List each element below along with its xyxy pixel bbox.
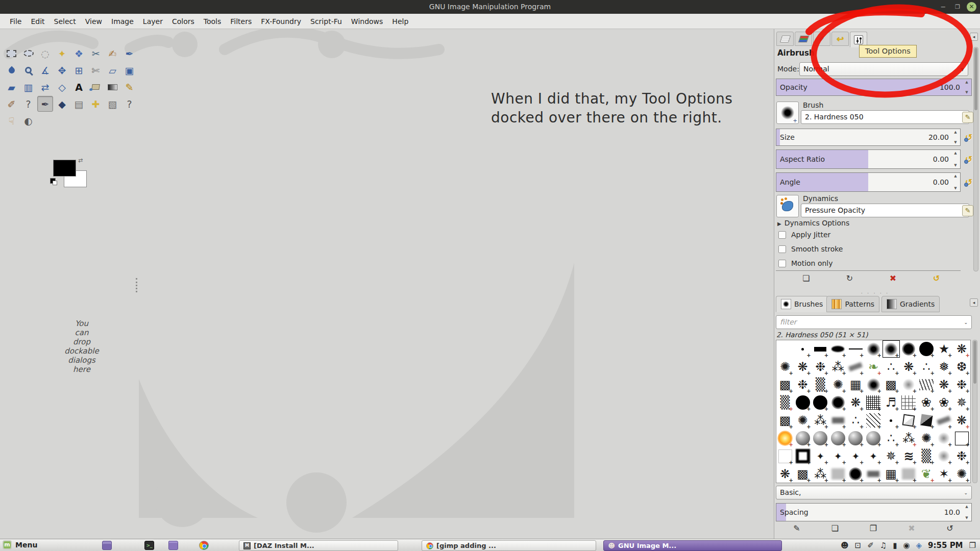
brush-cell[interactable]: ▩+ xyxy=(776,376,794,393)
menu-script-fu[interactable]: Script-Fu xyxy=(306,15,347,28)
edit-dynamics-icon[interactable]: ✎ xyxy=(962,205,973,216)
fuzzy-select-tool-icon[interactable]: ✦ xyxy=(54,45,70,61)
pencil-tool-icon[interactable]: ✎ xyxy=(121,79,137,95)
tab-gradients[interactable]: Gradients xyxy=(881,296,940,312)
menu-select[interactable]: Select xyxy=(50,15,81,28)
brush-tag-dropdown[interactable]: Basic,⌄ xyxy=(776,486,972,499)
brush-cell[interactable]: ❀+ xyxy=(935,394,952,411)
brush-cell[interactable]: ❉+ xyxy=(794,376,812,393)
brush-cell[interactable]: + xyxy=(812,430,829,447)
dock-tab-layers[interactable] xyxy=(776,32,794,46)
brush-cell[interactable]: ∴+ xyxy=(918,358,935,375)
brush-grid-scrollbar[interactable] xyxy=(972,340,977,483)
menu-filters[interactable]: Filters xyxy=(226,15,256,28)
brush-cell[interactable]: ❋+ xyxy=(935,376,952,393)
brush-cell[interactable]: + xyxy=(918,412,935,429)
perspective-clone-tool-icon[interactable]: ▧ xyxy=(105,96,120,112)
brush-cell[interactable]: + xyxy=(900,465,917,483)
unified-transform-tool-icon[interactable]: ▣ xyxy=(121,62,137,78)
brush-cell[interactable]: + xyxy=(935,430,952,447)
files-icon[interactable] xyxy=(168,541,178,550)
ellipse-select-tool-icon[interactable] xyxy=(20,45,36,61)
brush-cell[interactable]: + xyxy=(900,376,917,393)
checkbox-box[interactable] xyxy=(778,260,786,267)
brush-cell[interactable]: + xyxy=(918,340,935,358)
dock-tab-undo-history[interactable]: ↩ xyxy=(831,32,849,46)
brush-cell[interactable]: ❋+ xyxy=(900,358,917,375)
brush-cell[interactable]: + xyxy=(829,412,847,429)
settings-icon[interactable]: ⊡ xyxy=(855,540,862,550)
brush-filter-input[interactable]: filter⌄ xyxy=(776,315,972,329)
brush-cell[interactable]: + xyxy=(794,340,812,358)
duplicate-brush-icon[interactable]: ❐ xyxy=(863,523,884,533)
dynamics-name-field[interactable]: Pressure Opacity xyxy=(801,204,969,217)
brush-cell[interactable]: ▦+ xyxy=(847,376,864,393)
brush-cell[interactable]: ▒+ xyxy=(918,447,935,465)
checkbox-motion-only[interactable]: Motion only xyxy=(778,259,833,267)
perspective-tool-icon[interactable]: ▰ xyxy=(4,79,19,95)
size-slider[interactable]: Size 20.00 ▲▼ xyxy=(776,129,961,146)
crop-tool-icon[interactable]: ✄ xyxy=(88,62,104,78)
chrome-icon[interactable] xyxy=(199,541,209,550)
dynamics-preview-button[interactable] xyxy=(776,195,799,217)
new-brush-icon[interactable]: ❏ xyxy=(825,523,845,533)
save-tool-preset-icon[interactable]: ❏ xyxy=(796,273,817,283)
task-button[interactable]: ☻GNU Image M... xyxy=(603,540,782,551)
window-list-icon[interactable]: ❐ xyxy=(969,540,976,550)
brush-cell[interactable]: ❋+ xyxy=(953,340,970,358)
color-picker-tool-icon[interactable] xyxy=(4,62,19,78)
text-tool-icon[interactable]: A xyxy=(71,79,87,95)
foreground-select-tool-icon[interactable]: ✍ xyxy=(105,45,120,61)
menu-fx-foundry[interactable]: FX-Foundry xyxy=(256,15,306,28)
brush-cell[interactable]: + xyxy=(829,465,847,483)
free-select-tool-icon[interactable]: ◌ xyxy=(37,45,53,61)
opacity-slider[interactable]: Opacity 100.0 ▲▼ xyxy=(776,79,972,96)
brush-cell[interactable]: ❧+ xyxy=(865,358,882,375)
restore-icon[interactable]: ❐ xyxy=(952,2,963,12)
brush-cell[interactable]: ✦+ xyxy=(812,447,829,465)
tablet-pen-icon[interactable]: ✐ xyxy=(867,540,874,550)
brush-preview-button[interactable]: + xyxy=(776,102,799,124)
3d-transform-tool-icon[interactable]: ▥ xyxy=(20,79,36,95)
select-by-color-tool-icon[interactable]: ❖ xyxy=(71,45,87,61)
menu-windows[interactable]: Windows xyxy=(347,15,388,28)
battery-icon[interactable]: ▮ xyxy=(893,540,897,550)
brush-cell[interactable]: ❋+ xyxy=(776,465,794,483)
brush-cell[interactable]: ❋+ xyxy=(847,394,864,411)
spinner[interactable]: ▲▼ xyxy=(952,173,959,191)
brush-cell[interactable]: + xyxy=(829,394,847,411)
spacing-slider[interactable]: Spacing 10.0 ▲▼ xyxy=(776,503,972,521)
brush-cell[interactable]: + xyxy=(935,447,952,465)
refresh-brushes-icon[interactable]: ↺ xyxy=(940,523,960,533)
brush-cell[interactable]: + xyxy=(812,394,829,411)
brush-cell[interactable]: ▒+ xyxy=(776,394,794,411)
foreground-color-swatch[interactable] xyxy=(53,160,76,177)
brush-cell[interactable]: ⁂+ xyxy=(829,358,847,375)
gradient-tool-icon[interactable] xyxy=(105,79,120,95)
brush-cell[interactable]: + xyxy=(776,447,794,465)
brush-cell[interactable]: ❋+ xyxy=(794,358,812,375)
shield-icon[interactable]: ◈ xyxy=(916,540,922,550)
task-button[interactable]: M[DAZ Install M... xyxy=(239,540,398,551)
delete-tool-preset-icon[interactable]: ✖ xyxy=(883,273,903,283)
scissors-select-tool-icon[interactable]: ✂ xyxy=(88,45,104,61)
tab-brushes[interactable]: Brushes xyxy=(776,296,828,312)
brush-cell[interactable]: ✵+ xyxy=(953,394,970,411)
brush-cell[interactable]: ★+ xyxy=(935,340,952,358)
checkbox-box[interactable] xyxy=(778,231,786,239)
edit-brush-icon[interactable]: ✎ xyxy=(787,523,807,533)
task-button[interactable]: [gimp adding ... xyxy=(422,540,596,551)
tool-options-scrollbar[interactable] xyxy=(973,47,978,271)
rect-select-tool-icon[interactable] xyxy=(4,45,19,61)
menu-help[interactable]: Help xyxy=(387,15,413,28)
panel-collapse-icon[interactable]: ◂ xyxy=(970,33,978,41)
brush-cell[interactable]: ✺+ xyxy=(953,465,970,483)
blur-sharpen-tool-icon[interactable]: ? xyxy=(121,96,137,112)
zoom-tool-icon[interactable] xyxy=(20,62,36,78)
checkbox-box[interactable] xyxy=(778,245,786,253)
brushes-collapse-icon[interactable]: ◂ xyxy=(970,298,978,307)
spinner[interactable]: ▲▼ xyxy=(952,150,959,168)
brush-cell[interactable]: ✦+ xyxy=(865,447,882,465)
brush-cell[interactable]: ▩+ xyxy=(776,412,794,429)
edit-brush-icon[interactable]: ✎ xyxy=(962,112,973,123)
